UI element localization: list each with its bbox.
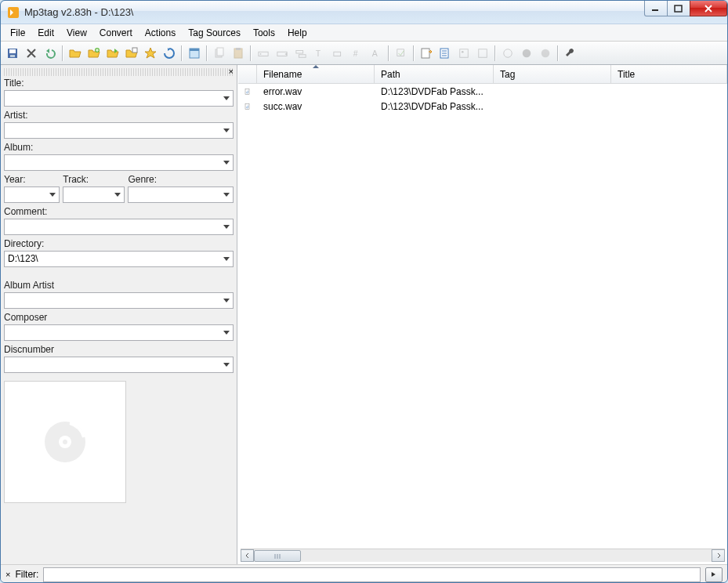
export-icon[interactable] [418,45,435,62]
column-path[interactable]: Path [375,65,494,83]
column-filename[interactable]: Filename [257,65,375,83]
comment-combo[interactable] [4,219,234,235]
menu-tagsources[interactable]: Tag Sources [182,25,247,41]
tag-text-icon[interactable] [330,45,347,62]
save-icon[interactable] [4,45,21,62]
svg-rect-1 [652,9,658,11]
svg-rect-2 [675,5,682,12]
autonum-icon[interactable]: # [349,45,366,62]
directory-label: Directory: [4,238,234,249]
panel-close-icon[interactable]: × [229,67,234,76]
file-list[interactable]: error.wav D:\123\DVDFab Passk... succ.wa… [238,84,727,549]
file-row[interactable]: error.wav D:\123\DVDFab Passk... [238,84,727,99]
tag-filename-icon[interactable] [255,45,272,62]
window-controls [645,1,727,24]
menu-actions[interactable]: Actions [139,25,182,41]
column-tag[interactable]: Tag [494,65,611,83]
tag-tag-icon[interactable] [292,45,310,62]
track-combo[interactable] [63,186,125,203]
filter-close-icon[interactable]: × [5,570,10,579]
copy-icon[interactable] [211,45,228,62]
horizontal-scrollbar[interactable] [241,549,725,562]
toolbar: T # A [1,42,727,65]
scroll-thumb[interactable] [254,550,301,562]
close-button[interactable] [690,1,727,16]
file-path: D:\123\DVDFab Passk... [375,101,494,112]
filename-tag-icon[interactable] [273,45,291,62]
title-combo[interactable] [4,90,234,107]
filter-input[interactable] [43,567,701,582]
folder-add-icon[interactable] [85,45,103,62]
album-art-placeholder[interactable] [4,381,126,503]
albumartist-combo[interactable] [4,292,234,309]
genre-label: Genre: [128,174,234,185]
svg-text:#: # [353,48,358,57]
websource-icon[interactable] [518,45,535,62]
disc-icon [40,417,90,467]
paste-icon[interactable] [230,45,247,62]
scroll-right-icon[interactable] [712,549,725,562]
menu-help[interactable]: Help [281,25,313,41]
menu-view[interactable]: View [60,25,93,41]
filter-apply-button[interactable] [705,567,723,582]
delete-icon[interactable] [23,45,40,62]
svg-text:T: T [316,48,321,57]
album-combo[interactable] [4,154,234,171]
menu-tools[interactable]: Tools [247,25,281,41]
year-label: Year: [4,174,60,185]
folder-play-icon[interactable] [104,45,121,62]
menu-file[interactable]: File [4,25,31,41]
svg-rect-18 [299,54,306,57]
audio-file-icon [244,101,251,112]
file-row[interactable]: succ.wav D:\123\DVDFab Passk... [238,99,727,114]
menu-edit[interactable]: Edit [31,25,60,41]
year-combo[interactable] [4,186,60,203]
column-icon[interactable] [238,65,257,83]
scroll-left-icon[interactable] [241,549,254,562]
cover-icon[interactable] [455,45,473,62]
svg-rect-4 [9,49,16,53]
file-name: error.wav [257,86,375,97]
svg-point-30 [541,49,550,57]
playlist-icon[interactable] [123,45,140,62]
actions-icon[interactable]: A [368,45,385,62]
tools-icon[interactable] [562,45,579,62]
genre-combo[interactable] [128,186,234,203]
albumartist-label: Album Artist [4,280,234,291]
svg-rect-9 [190,49,199,51]
composer-label: Composer [4,312,234,323]
svg-rect-17 [296,50,303,53]
refresh-icon[interactable] [161,45,178,62]
text-tag-icon[interactable]: T [311,45,328,62]
minimize-button[interactable] [644,1,668,16]
scroll-track[interactable] [254,549,712,562]
websource2-icon[interactable] [537,45,554,62]
artist-label: Artist: [4,110,234,121]
file-name: succ.wav [257,101,375,112]
file-list-header: Filename Path Tag Title [238,65,727,84]
filter-label: Filter: [15,569,38,580]
select-all-icon[interactable] [186,45,203,62]
window-titlebar: Mp3tag v2.83h - D:\123\ [1,1,727,24]
svg-point-15 [260,53,262,55]
panel-grip[interactable]: × [4,68,234,76]
svg-rect-7 [132,48,137,53]
folder-open-icon[interactable] [67,45,84,62]
maximize-button[interactable] [667,1,690,16]
svg-point-33 [63,440,67,444]
freedb-icon[interactable] [499,45,516,62]
svg-rect-20 [334,52,341,56]
discnumber-combo[interactable] [4,357,234,373]
favorites-icon[interactable] [142,45,159,62]
lyrics-icon[interactable] [474,45,491,62]
toolbar-separator [413,45,415,61]
artist-combo[interactable] [4,122,234,139]
quickaction-icon[interactable] [393,45,410,62]
composer-combo[interactable] [4,324,234,341]
directory-combo[interactable]: D:\123\ [4,251,234,267]
column-title[interactable]: Title [611,65,727,83]
undo-icon[interactable] [42,45,59,62]
playlist-create-icon[interactable] [436,45,454,62]
menu-convert[interactable]: Convert [93,25,139,41]
toolbar-separator [388,45,389,61]
